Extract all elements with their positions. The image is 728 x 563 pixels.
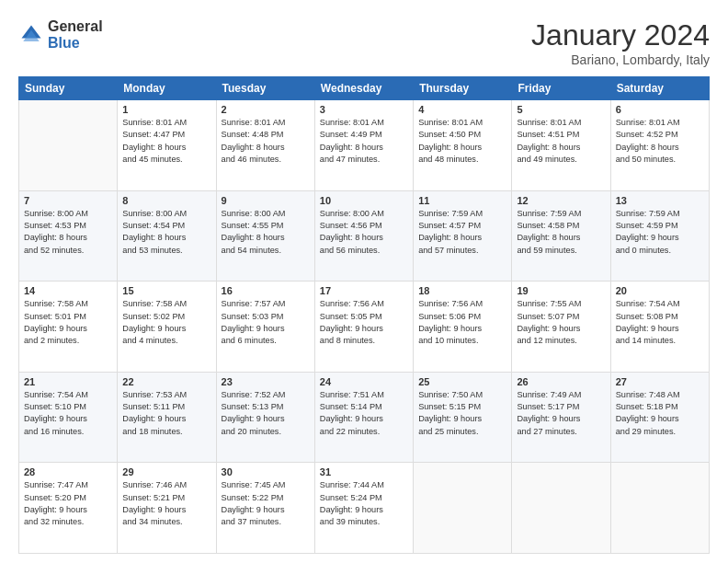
header-sunday: Sunday <box>19 77 118 100</box>
day-number: 5 <box>517 104 605 115</box>
header-wednesday: Wednesday <box>314 77 413 100</box>
calendar-cell: 15Sunrise: 7:58 AMSunset: 5:02 PMDayligh… <box>118 282 216 373</box>
logo: General Blue <box>18 18 103 51</box>
day-number: 22 <box>122 376 210 387</box>
day-info: Sunrise: 7:50 AMSunset: 5:15 PMDaylight:… <box>418 389 506 438</box>
calendar-cell: 17Sunrise: 7:56 AMSunset: 5:05 PMDayligh… <box>314 282 413 373</box>
day-info: Sunrise: 8:01 AMSunset: 4:50 PMDaylight:… <box>418 117 506 166</box>
day-number: 31 <box>320 466 408 477</box>
calendar-cell: 13Sunrise: 7:59 AMSunset: 4:59 PMDayligh… <box>610 190 709 282</box>
calendar-cell: 4Sunrise: 8:01 AMSunset: 4:50 PMDaylight… <box>414 100 512 191</box>
logo-icon <box>18 22 44 48</box>
day-number: 19 <box>517 285 605 296</box>
header-friday: Friday <box>512 77 610 100</box>
day-number: 17 <box>320 285 408 296</box>
calendar-cell: 14Sunrise: 7:58 AMSunset: 5:01 PMDayligh… <box>19 282 118 373</box>
day-info: Sunrise: 7:56 AMSunset: 5:05 PMDaylight:… <box>320 298 408 347</box>
day-number: 4 <box>418 104 506 115</box>
day-number: 10 <box>320 195 408 206</box>
header: General Blue January 2024 Bariano, Lomba… <box>18 18 710 67</box>
weekday-header-row: Sunday Monday Tuesday Wednesday Thursday… <box>19 77 710 100</box>
calendar-cell: 21Sunrise: 7:54 AMSunset: 5:10 PMDayligh… <box>19 372 118 463</box>
calendar-cell: 9Sunrise: 8:00 AMSunset: 4:55 PMDaylight… <box>216 190 314 282</box>
calendar-cell <box>512 463 610 554</box>
day-number: 15 <box>122 285 210 296</box>
day-number: 12 <box>517 195 605 206</box>
day-number: 7 <box>24 195 112 206</box>
day-info: Sunrise: 8:00 AMSunset: 4:55 PMDaylight:… <box>222 208 310 257</box>
month-title: January 2024 <box>531 18 710 52</box>
day-number: 29 <box>122 466 210 477</box>
day-number: 9 <box>222 195 310 206</box>
day-number: 8 <box>122 195 210 206</box>
calendar-week-2: 7Sunrise: 8:00 AMSunset: 4:53 PMDaylight… <box>19 190 710 282</box>
day-info: Sunrise: 7:52 AMSunset: 5:13 PMDaylight:… <box>222 389 310 438</box>
day-info: Sunrise: 7:45 AMSunset: 5:22 PMDaylight:… <box>222 479 310 528</box>
day-info: Sunrise: 7:55 AMSunset: 5:07 PMDaylight:… <box>517 298 605 347</box>
calendar-cell: 10Sunrise: 8:00 AMSunset: 4:56 PMDayligh… <box>314 190 413 282</box>
day-info: Sunrise: 8:01 AMSunset: 4:52 PMDaylight:… <box>616 117 704 166</box>
calendar: Sunday Monday Tuesday Wednesday Thursday… <box>18 76 710 554</box>
day-info: Sunrise: 8:00 AMSunset: 4:54 PMDaylight:… <box>122 208 210 257</box>
calendar-cell: 28Sunrise: 7:47 AMSunset: 5:20 PMDayligh… <box>19 463 118 554</box>
day-number: 30 <box>222 466 310 477</box>
day-info: Sunrise: 7:48 AMSunset: 5:18 PMDaylight:… <box>616 389 704 438</box>
day-number: 27 <box>616 376 704 387</box>
calendar-cell: 25Sunrise: 7:50 AMSunset: 5:15 PMDayligh… <box>414 372 512 463</box>
day-info: Sunrise: 7:46 AMSunset: 5:21 PMDaylight:… <box>122 479 210 528</box>
header-thursday: Thursday <box>414 77 512 100</box>
day-info: Sunrise: 8:01 AMSunset: 4:47 PMDaylight:… <box>122 117 210 166</box>
day-info: Sunrise: 7:58 AMSunset: 5:01 PMDaylight:… <box>24 298 112 347</box>
header-monday: Monday <box>118 77 216 100</box>
calendar-cell: 30Sunrise: 7:45 AMSunset: 5:22 PMDayligh… <box>216 463 314 554</box>
calendar-cell: 2Sunrise: 8:01 AMSunset: 4:48 PMDaylight… <box>216 100 314 191</box>
day-info: Sunrise: 7:54 AMSunset: 5:10 PMDaylight:… <box>24 389 112 438</box>
day-number: 3 <box>320 104 408 115</box>
day-info: Sunrise: 7:49 AMSunset: 5:17 PMDaylight:… <box>517 389 605 438</box>
calendar-cell: 24Sunrise: 7:51 AMSunset: 5:14 PMDayligh… <box>314 372 413 463</box>
day-info: Sunrise: 8:01 AMSunset: 4:51 PMDaylight:… <box>517 117 605 166</box>
day-number: 16 <box>222 285 310 296</box>
day-number: 23 <box>222 376 310 387</box>
day-info: Sunrise: 8:00 AMSunset: 4:56 PMDaylight:… <box>320 208 408 257</box>
day-number: 14 <box>24 285 112 296</box>
calendar-cell: 3Sunrise: 8:01 AMSunset: 4:49 PMDaylight… <box>314 100 413 191</box>
day-number: 24 <box>320 376 408 387</box>
calendar-cell <box>19 100 118 191</box>
calendar-cell: 16Sunrise: 7:57 AMSunset: 5:03 PMDayligh… <box>216 282 314 373</box>
calendar-week-1: 1Sunrise: 8:01 AMSunset: 4:47 PMDaylight… <box>19 100 710 191</box>
calendar-cell: 31Sunrise: 7:44 AMSunset: 5:24 PMDayligh… <box>314 463 413 554</box>
day-number: 20 <box>616 285 704 296</box>
calendar-cell: 5Sunrise: 8:01 AMSunset: 4:51 PMDaylight… <box>512 100 610 191</box>
calendar-cell: 22Sunrise: 7:53 AMSunset: 5:11 PMDayligh… <box>118 372 216 463</box>
calendar-week-3: 14Sunrise: 7:58 AMSunset: 5:01 PMDayligh… <box>19 282 710 373</box>
day-number: 1 <box>122 104 210 115</box>
header-tuesday: Tuesday <box>216 77 314 100</box>
day-info: Sunrise: 7:53 AMSunset: 5:11 PMDaylight:… <box>122 389 210 438</box>
calendar-cell: 26Sunrise: 7:49 AMSunset: 5:17 PMDayligh… <box>512 372 610 463</box>
day-info: Sunrise: 8:00 AMSunset: 4:53 PMDaylight:… <box>24 208 112 257</box>
day-number: 26 <box>517 376 605 387</box>
day-info: Sunrise: 7:57 AMSunset: 5:03 PMDaylight:… <box>222 298 310 347</box>
calendar-cell <box>610 463 709 554</box>
calendar-cell: 8Sunrise: 8:00 AMSunset: 4:54 PMDaylight… <box>118 190 216 282</box>
subtitle: Bariano, Lombardy, Italy <box>531 52 710 67</box>
day-info: Sunrise: 7:58 AMSunset: 5:02 PMDaylight:… <box>122 298 210 347</box>
day-info: Sunrise: 7:59 AMSunset: 4:59 PMDaylight:… <box>616 208 704 257</box>
calendar-cell: 12Sunrise: 7:59 AMSunset: 4:58 PMDayligh… <box>512 190 610 282</box>
day-number: 13 <box>616 195 704 206</box>
page: General Blue January 2024 Bariano, Lomba… <box>0 0 728 563</box>
day-number: 28 <box>24 466 112 477</box>
day-info: Sunrise: 7:59 AMSunset: 4:57 PMDaylight:… <box>418 208 506 257</box>
calendar-cell: 6Sunrise: 8:01 AMSunset: 4:52 PMDaylight… <box>610 100 709 191</box>
calendar-week-5: 28Sunrise: 7:47 AMSunset: 5:20 PMDayligh… <box>19 463 710 554</box>
calendar-cell: 18Sunrise: 7:56 AMSunset: 5:06 PMDayligh… <box>414 282 512 373</box>
day-number: 11 <box>418 195 506 206</box>
day-info: Sunrise: 8:01 AMSunset: 4:48 PMDaylight:… <box>222 117 310 166</box>
day-info: Sunrise: 8:01 AMSunset: 4:49 PMDaylight:… <box>320 117 408 166</box>
title-section: January 2024 Bariano, Lombardy, Italy <box>531 18 710 67</box>
calendar-cell: 29Sunrise: 7:46 AMSunset: 5:21 PMDayligh… <box>118 463 216 554</box>
day-info: Sunrise: 7:51 AMSunset: 5:14 PMDaylight:… <box>320 389 408 438</box>
day-info: Sunrise: 7:54 AMSunset: 5:08 PMDaylight:… <box>616 298 704 347</box>
calendar-cell: 19Sunrise: 7:55 AMSunset: 5:07 PMDayligh… <box>512 282 610 373</box>
